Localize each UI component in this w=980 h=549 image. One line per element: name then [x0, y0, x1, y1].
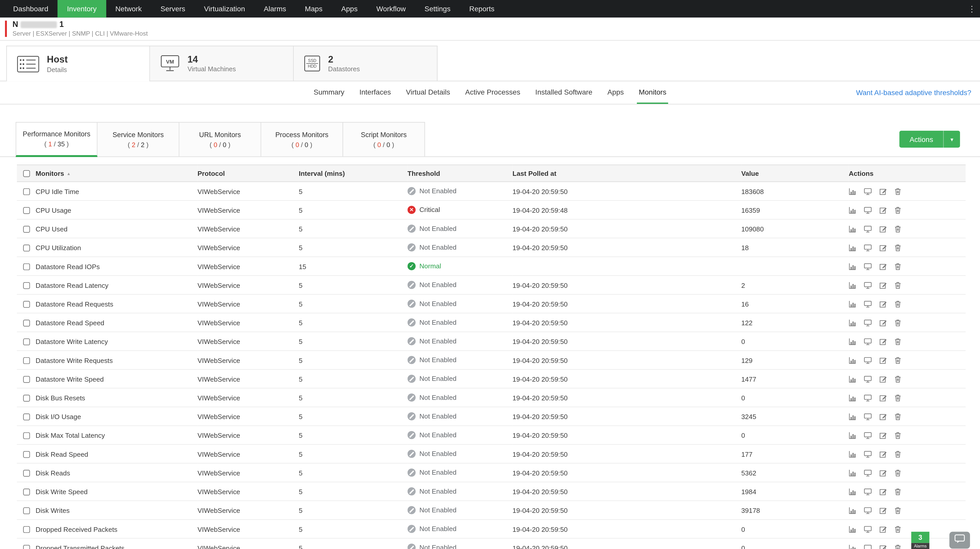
- monitor-screen-icon[interactable]: [864, 225, 872, 233]
- monitor-screen-icon[interactable]: [864, 244, 872, 251]
- monitor-type-tab[interactable]: Service Monitors ( 2 / 2 ): [97, 122, 180, 156]
- performance-graph-icon[interactable]: [849, 281, 856, 289]
- delete-icon[interactable]: [894, 188, 901, 195]
- row-checkbox[interactable]: [23, 207, 30, 214]
- row-checkbox[interactable]: [23, 263, 30, 270]
- performance-graph-icon[interactable]: [849, 394, 856, 402]
- performance-graph-icon[interactable]: [849, 300, 856, 308]
- monitor-screen-icon[interactable]: [864, 375, 872, 383]
- edit-icon[interactable]: [879, 394, 887, 402]
- monitor-screen-icon[interactable]: [864, 525, 872, 533]
- delete-icon[interactable]: [894, 319, 901, 327]
- column-monitors[interactable]: Monitors▲: [36, 165, 197, 182]
- edit-icon[interactable]: [879, 263, 887, 270]
- monitor-screen-icon[interactable]: [864, 413, 872, 420]
- alarms-widget[interactable]: 3 Alarms: [912, 532, 929, 549]
- edit-icon[interactable]: [879, 432, 887, 439]
- nav-item[interactable]: Virtualization: [195, 0, 254, 18]
- performance-graph-icon[interactable]: [849, 244, 856, 251]
- edit-icon[interactable]: [879, 207, 887, 214]
- row-checkbox[interactable]: [23, 413, 30, 420]
- edit-icon[interactable]: [879, 469, 887, 477]
- edit-icon[interactable]: [879, 300, 887, 308]
- performance-graph-icon[interactable]: [849, 469, 856, 477]
- monitor-screen-icon[interactable]: [864, 207, 872, 214]
- delete-icon[interactable]: [894, 300, 901, 308]
- performance-graph-icon[interactable]: [849, 263, 856, 270]
- ai-thresholds-link[interactable]: Want AI-based adaptive thresholds?: [856, 81, 971, 104]
- feedback-chat-button[interactable]: [949, 532, 970, 549]
- performance-graph-icon[interactable]: [849, 525, 856, 533]
- overflow-menu-icon[interactable]: ⋮: [964, 0, 980, 18]
- performance-graph-icon[interactable]: [849, 413, 856, 420]
- performance-graph-icon[interactable]: [849, 507, 856, 514]
- tab-host-details[interactable]: Host Details: [6, 46, 150, 81]
- delete-icon[interactable]: [894, 432, 901, 439]
- row-checkbox[interactable]: [23, 395, 30, 402]
- performance-graph-icon[interactable]: [849, 432, 856, 439]
- edit-icon[interactable]: [879, 356, 887, 364]
- delete-icon[interactable]: [894, 263, 901, 270]
- section-tab[interactable]: Active Processes: [463, 81, 522, 104]
- row-checkbox[interactable]: [23, 432, 30, 439]
- nav-item[interactable]: Apps: [332, 0, 367, 18]
- row-checkbox[interactable]: [23, 488, 30, 495]
- performance-graph-icon[interactable]: [849, 338, 856, 345]
- delete-icon[interactable]: [894, 244, 901, 251]
- edit-icon[interactable]: [879, 413, 887, 420]
- delete-icon[interactable]: [894, 525, 901, 533]
- section-tab[interactable]: Virtual Details: [404, 81, 452, 104]
- actions-button-label[interactable]: Actions: [900, 131, 943, 148]
- edit-icon[interactable]: [879, 338, 887, 345]
- monitor-type-tab[interactable]: Performance Monitors ( 1 / 35 ): [16, 122, 97, 157]
- delete-icon[interactable]: [894, 207, 901, 214]
- monitor-screen-icon[interactable]: [864, 263, 872, 270]
- delete-icon[interactable]: [894, 507, 901, 514]
- delete-icon[interactable]: [894, 338, 901, 345]
- performance-graph-icon[interactable]: [849, 207, 856, 214]
- monitor-screen-icon[interactable]: [864, 188, 872, 195]
- performance-graph-icon[interactable]: [849, 356, 856, 364]
- row-checkbox[interactable]: [23, 526, 30, 533]
- performance-graph-icon[interactable]: [849, 319, 856, 327]
- monitor-screen-icon[interactable]: [864, 319, 872, 327]
- edit-icon[interactable]: [879, 375, 887, 383]
- delete-icon[interactable]: [894, 413, 901, 420]
- monitor-type-tab[interactable]: Script Monitors ( 0 / 0 ): [343, 122, 425, 156]
- select-all-checkbox[interactable]: [23, 171, 30, 177]
- monitor-type-tab[interactable]: Process Monitors ( 0 / 0 ): [261, 122, 343, 156]
- row-checkbox[interactable]: [23, 545, 30, 549]
- delete-icon[interactable]: [894, 450, 901, 458]
- section-tab[interactable]: Summary: [312, 81, 346, 104]
- nav-item[interactable]: Workflow: [367, 0, 415, 18]
- nav-item[interactable]: Maps: [296, 0, 332, 18]
- nav-item[interactable]: Settings: [415, 0, 460, 18]
- row-checkbox[interactable]: [23, 470, 30, 477]
- nav-item[interactable]: Network: [106, 0, 151, 18]
- performance-graph-icon[interactable]: [849, 225, 856, 233]
- actions-split-button[interactable]: Actions ▾: [900, 131, 960, 148]
- section-tab[interactable]: Interfaces: [358, 81, 393, 104]
- performance-graph-icon[interactable]: [849, 450, 856, 458]
- section-tab[interactable]: Monitors: [637, 81, 668, 104]
- monitor-screen-icon[interactable]: [864, 469, 872, 477]
- edit-icon[interactable]: [879, 450, 887, 458]
- row-checkbox[interactable]: [23, 338, 30, 345]
- row-checkbox[interactable]: [23, 451, 30, 458]
- tab-datastores[interactable]: SSD HDD 2 Datastores: [294, 46, 438, 81]
- monitor-screen-icon[interactable]: [864, 394, 872, 402]
- monitor-screen-icon[interactable]: [864, 432, 872, 439]
- row-checkbox[interactable]: [23, 226, 30, 233]
- row-checkbox[interactable]: [23, 507, 30, 514]
- performance-graph-icon[interactable]: [849, 488, 856, 495]
- section-tab[interactable]: Apps: [606, 81, 626, 104]
- row-checkbox[interactable]: [23, 188, 30, 195]
- actions-caret-icon[interactable]: ▾: [943, 131, 960, 148]
- section-tab[interactable]: Installed Software: [533, 81, 594, 104]
- tab-virtual-machines[interactable]: VM 14 Virtual Machines: [150, 46, 294, 81]
- edit-icon[interactable]: [879, 188, 887, 195]
- performance-graph-icon[interactable]: [849, 188, 856, 195]
- nav-item[interactable]: Reports: [460, 0, 504, 18]
- monitor-screen-icon[interactable]: [864, 544, 872, 549]
- row-checkbox[interactable]: [23, 319, 30, 327]
